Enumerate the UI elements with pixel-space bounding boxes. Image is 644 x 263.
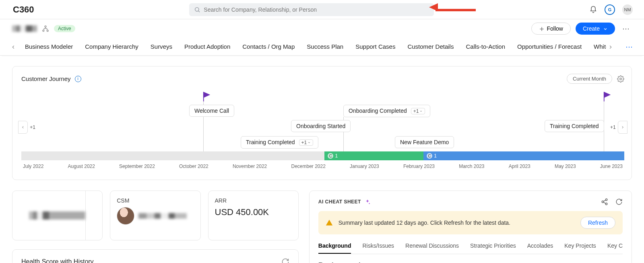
event-more-chip[interactable]: +1 xyxy=(299,139,314,146)
csm-label: CSM xyxy=(117,197,194,204)
create-label: Create xyxy=(583,25,600,32)
phase-count: 1 xyxy=(434,153,437,159)
tabs-scroll-right[interactable] xyxy=(606,41,615,51)
notifications-icon[interactable] xyxy=(589,6,597,14)
app-title: C360 xyxy=(13,4,34,15)
event-onboarding-started[interactable]: Onboarding Started xyxy=(291,120,351,132)
cs-tab-risks[interactable]: Risks/Issues xyxy=(362,242,394,254)
month-label: September 2022 xyxy=(119,164,155,169)
stale-summary-banner: Summary last updated 12 days ago. Click … xyxy=(318,211,623,234)
company-name-redacted xyxy=(12,25,37,32)
search-icon xyxy=(194,6,200,13)
csm-card: CSM xyxy=(110,191,200,240)
svg-point-8 xyxy=(605,199,607,201)
flag-icon xyxy=(603,91,612,101)
cs-tab-accolades[interactable]: Accolades xyxy=(527,242,553,254)
csm-name-redacted xyxy=(138,213,187,219)
org-badge[interactable]: G xyxy=(605,4,615,15)
cheat-sheet-title: AI CHEAT SHEET xyxy=(318,199,361,205)
month-label: February 2023 xyxy=(403,164,435,169)
event-training-completed-1[interactable]: Training Completed +1 xyxy=(241,136,318,149)
timeline-next-count: +1 xyxy=(610,124,616,130)
refresh-icon[interactable] xyxy=(615,198,623,205)
health-score-title: Health Score with History xyxy=(21,258,94,263)
svg-point-3 xyxy=(43,30,44,32)
timeline-prev[interactable]: +1 xyxy=(18,121,28,134)
month-label: November 2022 xyxy=(233,164,267,169)
tab-surveys[interactable]: Surveys xyxy=(151,43,172,50)
tab-contacts-org-map[interactable]: Contacts / Org Map xyxy=(242,43,295,50)
cs-tab-background[interactable]: Background xyxy=(318,242,351,254)
sparkle-icon xyxy=(364,199,371,205)
tab-support-cases[interactable]: Support Cases xyxy=(355,43,395,50)
user-avatar[interactable]: NM xyxy=(622,4,633,15)
journey-phase-bar: C1 C1 xyxy=(21,151,624,160)
gear-icon[interactable] xyxy=(617,75,624,82)
month-label: August 2022 xyxy=(68,164,95,169)
hierarchy-icon[interactable] xyxy=(42,25,49,32)
info-icon[interactable]: i xyxy=(75,76,81,82)
cs-tab-projects[interactable]: Key Projects xyxy=(564,242,596,254)
tab-whitespace[interactable]: Whitespace xyxy=(594,43,606,50)
svg-point-0 xyxy=(195,8,199,11)
banner-text: Summary last updated 12 days ago. Click … xyxy=(339,220,575,226)
follow-button[interactable]: Follow xyxy=(531,23,571,35)
event-label: Training Completed xyxy=(246,139,295,145)
cheat-sheet-tabs: Background Risks/Issues Renewal Discussi… xyxy=(318,242,623,254)
follow-label: Follow xyxy=(547,25,563,32)
journey-title: Customer Journey xyxy=(21,75,71,82)
logo-redacted xyxy=(29,211,85,220)
month-label: July 2022 xyxy=(23,164,43,169)
tab-product-adoption[interactable]: Product Adoption xyxy=(184,43,230,50)
month-label: May 2023 xyxy=(555,164,576,169)
svg-point-2 xyxy=(45,26,46,27)
month-label: January 2023 xyxy=(350,164,379,169)
plus-icon xyxy=(539,25,545,32)
global-search[interactable] xyxy=(189,3,434,16)
tab-success-plan[interactable]: Success Plan xyxy=(307,43,343,50)
ai-cheat-sheet-panel: AI CHEAT SHEET Summary last upd xyxy=(309,191,632,263)
event-training-completed-2[interactable]: Training Completed xyxy=(545,120,604,132)
timeline-months: July 2022 August 2022 September 2022 Oct… xyxy=(21,164,624,169)
event-more-chip[interactable]: +1 xyxy=(411,108,425,114)
tab-calls-to-action[interactable]: Calls-to-Action xyxy=(466,43,505,50)
arr-card: ARR USD 450.00K xyxy=(208,191,299,240)
refresh-icon[interactable] xyxy=(281,258,289,263)
flag-icon xyxy=(202,91,211,101)
health-score-card: Health Score with History xyxy=(12,249,299,263)
timeline-prev-count: +1 xyxy=(30,124,35,130)
cs-tab-key-c[interactable]: Key C xyxy=(607,242,623,254)
arr-value: USD 450.00K xyxy=(215,207,292,217)
cs-tab-renewal[interactable]: Renewal Discussions xyxy=(405,242,459,254)
section-heading: Background xyxy=(318,261,623,263)
event-label: Onboarding Completed xyxy=(349,108,407,114)
chevron-down-icon xyxy=(603,25,608,32)
month-label: June 2023 xyxy=(600,164,623,169)
month-label: April 2023 xyxy=(509,164,530,169)
phase-count: 1 xyxy=(335,153,338,159)
tab-opportunities-forecast[interactable]: Opportunities / Forecast xyxy=(517,43,582,50)
tabs-list: Business Modeler Company Hierarchy Surve… xyxy=(18,43,606,50)
tab-business-modeler[interactable]: Business Modeler xyxy=(25,43,73,50)
customer-journey-card: Customer Journey i Current Month +1 +1 xyxy=(12,66,632,180)
timeline-next[interactable]: +1 xyxy=(618,121,627,134)
search-input[interactable] xyxy=(204,6,429,13)
event-onboarding-completed[interactable]: Onboarding Completed +1 xyxy=(343,105,430,117)
csm-avatar[interactable] xyxy=(117,207,134,225)
refresh-button[interactable]: Refresh xyxy=(580,217,615,229)
tabs-overflow-menu[interactable]: ⋯ xyxy=(623,42,635,51)
event-new-feature-demo[interactable]: New Feature Demo xyxy=(395,136,454,148)
share-icon[interactable] xyxy=(601,198,608,205)
more-menu-icon[interactable]: ⋯ xyxy=(620,24,632,33)
svg-line-1 xyxy=(198,11,200,12)
cs-tab-strategic[interactable]: Strategic Priorities xyxy=(470,242,516,254)
tab-customer-details[interactable]: Customer Details xyxy=(407,43,454,50)
tabs-scroll-left[interactable] xyxy=(9,41,18,51)
svg-point-10 xyxy=(605,203,607,205)
svg-line-12 xyxy=(603,202,605,203)
tab-company-hierarchy[interactable]: Company Hierarchy xyxy=(85,43,138,50)
create-button[interactable]: Create xyxy=(576,23,615,35)
event-welcome-call[interactable]: Welcome Call xyxy=(189,105,234,117)
status-badge: Active xyxy=(54,25,75,32)
current-month-button[interactable]: Current Month xyxy=(567,74,612,84)
